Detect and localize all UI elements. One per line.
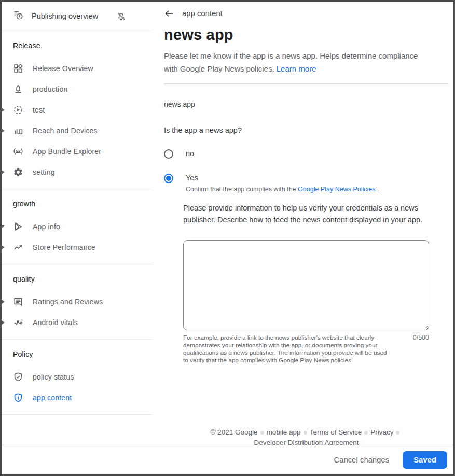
sidebar-item-label: Ratings and Reviews xyxy=(33,298,103,306)
sidebar-item-app-content[interactable]: app content xyxy=(2,387,152,408)
radio-yes-button[interactable] xyxy=(164,174,173,183)
footer-link-privacy[interactable]: Privacy xyxy=(370,428,393,436)
test-play-icon xyxy=(13,105,23,115)
radio-option-yes[interactable]: Yes Confirm that the app complies with t… xyxy=(164,174,449,193)
section-header: Release xyxy=(13,41,152,50)
reach-devices-icon xyxy=(13,125,23,136)
footer-link-terms[interactable]: Terms of Service xyxy=(310,428,362,436)
footer-dot xyxy=(304,431,307,435)
sidebar-header-label: Publishing overview xyxy=(32,12,98,20)
app-bundle-icon xyxy=(13,146,23,157)
header-divider xyxy=(164,83,449,84)
reviews-bubble-icon xyxy=(13,297,23,307)
shield-check-icon xyxy=(13,372,23,382)
chevron-right-icon[interactable] xyxy=(2,245,5,249)
helper-row: For example, provide a link to the news … xyxy=(183,334,429,364)
chevron-right-icon[interactable] xyxy=(2,300,5,304)
sidebar-item-label: App info xyxy=(33,222,60,231)
sidebar-item-label: Release Overview xyxy=(33,64,93,73)
sidebar-section-policy: Policy policy status app content xyxy=(2,340,152,415)
sidebar-section-growth: growth App info Store Performance xyxy=(2,189,152,264)
notifications-off-icon[interactable] xyxy=(116,11,126,21)
footer-link-mobile-app[interactable]: mobile app xyxy=(267,428,301,436)
radio-yes-label[interactable]: Yes xyxy=(186,174,379,182)
sidebar-item-app-info[interactable]: App info xyxy=(2,216,152,237)
app-window: Publishing overview Release Release Over… xyxy=(0,0,455,476)
breadcrumb-label[interactable]: app content xyxy=(182,9,223,18)
chevron-right-icon[interactable] xyxy=(2,320,5,325)
question-label: Is the app a news app? xyxy=(164,126,449,134)
yes-confirm-suffix: . xyxy=(375,186,379,193)
sidebar-item-production[interactable]: production xyxy=(2,79,152,100)
chevron-right-icon[interactable] xyxy=(2,108,5,112)
chevron-down-icon[interactable] xyxy=(1,225,5,228)
back-arrow-icon[interactable] xyxy=(164,8,174,19)
publisher-instructions: Please provide information to help us ve… xyxy=(183,202,447,226)
radio-no-button[interactable] xyxy=(164,149,173,159)
sidebar-item-label: test xyxy=(33,106,45,114)
radio-option-no[interactable]: no xyxy=(164,149,449,159)
radio-no-label[interactable]: no xyxy=(186,149,194,158)
sidebar-item-publishing-overview[interactable]: Publishing overview xyxy=(2,2,152,31)
sidebar-item-test[interactable]: test xyxy=(2,100,152,120)
footer-dot xyxy=(260,431,264,435)
sidebar-item-policy-status[interactable]: policy status xyxy=(2,367,152,387)
cancel-changes-button[interactable]: Cancel changes xyxy=(334,456,389,464)
breadcrumb[interactable]: app content xyxy=(164,8,449,19)
gear-icon xyxy=(13,167,23,177)
main-content: app content news app Please let me know … xyxy=(152,2,453,445)
vitals-pulse-icon xyxy=(13,317,23,328)
sidebar-item-label: App Bundle Explorer xyxy=(33,147,101,156)
release-overview-icon xyxy=(13,63,23,74)
sidebar-item-android-vitals[interactable]: Android vitals xyxy=(2,312,152,333)
sidebar-item-label: Store Performance xyxy=(33,243,95,251)
saved-button[interactable]: Saved xyxy=(403,451,447,469)
trending-up-icon xyxy=(13,242,23,253)
action-bar: Cancel changes Saved xyxy=(2,445,453,474)
sidebar-item-label: Android vitals xyxy=(33,318,78,327)
sidebar-item-reach-and-devices[interactable]: Reach and Devices xyxy=(2,120,152,141)
char-count: 0/500 xyxy=(413,334,429,364)
sidebar-item-store-performance[interactable]: Store Performance xyxy=(2,237,152,258)
sidebar-section-quality: quality Ratings and Reviews Android vita… xyxy=(2,264,152,340)
section-header: quality xyxy=(13,275,152,283)
sidebar-item-app-bundle-explorer[interactable]: App Bundle Explorer xyxy=(2,141,152,162)
yes-confirm-text: Confirm that the app complies with the G… xyxy=(186,186,379,193)
pending-actions-icon xyxy=(13,10,23,22)
sidebar-item-label: setting xyxy=(33,168,55,176)
yes-confirm-prefix: Confirm that the app complies with the xyxy=(186,186,298,193)
sidebar: Publishing overview Release Release Over… xyxy=(2,2,152,445)
sidebar-section-release: Release Release Overview production test xyxy=(2,31,152,189)
sidebar-item-release-overview[interactable]: Release Overview xyxy=(2,58,152,79)
footer-dot xyxy=(396,431,399,435)
sidebar-item-label: production xyxy=(33,85,67,93)
chevron-right-icon[interactable] xyxy=(2,170,5,174)
shield-info-icon xyxy=(13,393,23,403)
copyright-text: © 2021 Google xyxy=(211,428,258,436)
learn-more-link[interactable]: Learn more xyxy=(277,64,316,73)
sidebar-item-label: Reach and Devices xyxy=(33,127,98,135)
page-description: Please let me know if the app is a news … xyxy=(164,49,430,75)
sidebar-item-label: app content xyxy=(33,394,72,402)
section-header: Policy xyxy=(13,350,152,358)
chevron-right-icon[interactable] xyxy=(2,129,5,133)
section-header: growth xyxy=(13,200,152,208)
field-label: news app xyxy=(164,100,449,108)
sidebar-item-ratings-and-reviews[interactable]: Ratings and Reviews xyxy=(2,291,152,312)
helper-text: For example, provide a link to the news … xyxy=(183,334,392,364)
footer-dot xyxy=(364,431,368,435)
news-credentials-textarea[interactable] xyxy=(183,240,429,330)
page-title: news app xyxy=(164,26,449,44)
news-policies-link[interactable]: Google Play News Policies xyxy=(298,186,375,193)
play-store-icon xyxy=(13,221,23,232)
production-rocket-icon xyxy=(13,84,23,94)
sidebar-item-setting[interactable]: setting xyxy=(2,162,152,183)
sidebar-item-label: policy status xyxy=(33,373,74,381)
